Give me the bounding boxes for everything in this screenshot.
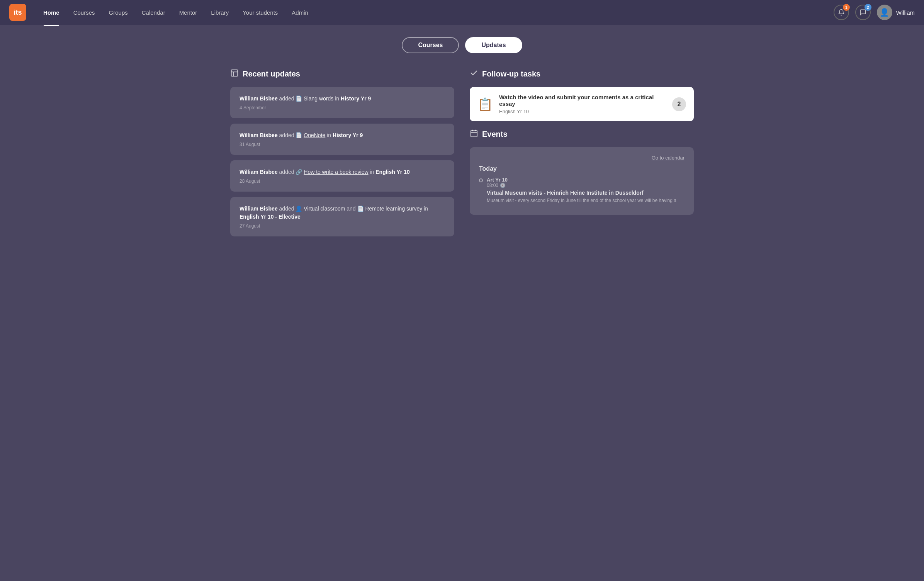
- task-count: 2: [672, 97, 686, 111]
- checkmark-icon: [470, 69, 478, 79]
- update-author: William Bisbee: [239, 132, 278, 138]
- update-course: English Yr 10 - Ellective: [239, 214, 301, 220]
- messages-badge: 2: [865, 4, 871, 11]
- svg-rect-0: [231, 70, 238, 76]
- nav-link-library[interactable]: Library: [205, 6, 235, 19]
- update-resource[interactable]: OneNote: [304, 132, 325, 138]
- event-course: Art Yr 10: [487, 177, 685, 183]
- user-section[interactable]: 👤 William: [877, 5, 915, 20]
- nav-link-mentor[interactable]: Mentor: [173, 6, 204, 19]
- update-resource[interactable]: Slang words: [304, 95, 333, 102]
- update-date: 27 August: [239, 223, 445, 229]
- updates-icon: [230, 69, 239, 79]
- nav-link-groups[interactable]: Groups: [103, 6, 134, 19]
- go-to-calendar-link[interactable]: Go to calendar: [479, 155, 685, 161]
- event-title: Virtual Museum visits - Heinrich Heine I…: [487, 190, 685, 196]
- update-resource[interactable]: How to write a book review: [304, 169, 368, 175]
- update-author: William Bisbee: [239, 169, 278, 175]
- update-text: William Bisbee added 📄 Slang words in Hi…: [239, 95, 445, 103]
- event-dot: [479, 178, 483, 182]
- events-header: Events: [470, 129, 694, 139]
- messages-button[interactable]: 2: [855, 5, 871, 20]
- update-resource2[interactable]: Remote learning survey: [365, 206, 422, 212]
- event-info: Art Yr 10 08:00 🕗 Virtual Museum visits …: [487, 177, 685, 204]
- avatar: 👤: [877, 5, 892, 20]
- followup-tasks-header: Follow-up tasks: [470, 69, 694, 79]
- update-card: William Bisbee added 🔗 How to write a bo…: [230, 160, 454, 192]
- tab-group: Courses Updates: [15, 37, 909, 53]
- svg-rect-3: [471, 131, 477, 137]
- update-course: History Yr 9: [333, 132, 363, 138]
- recent-updates-title: Recent updates: [243, 70, 300, 78]
- nav-links: Home Courses Groups Calendar Mentor Libr…: [37, 6, 834, 19]
- nav-link-calendar[interactable]: Calendar: [136, 6, 172, 19]
- update-author: William Bisbee: [239, 206, 278, 212]
- update-text: William Bisbee added 🔗 How to write a bo…: [239, 168, 445, 176]
- events-card: Go to calendar Today Art Yr 10 08:00 🕗 V…: [470, 147, 694, 215]
- update-resource1[interactable]: Virtual classroom: [304, 206, 345, 212]
- update-text: William Bisbee added 📄 OneNote in Histor…: [239, 131, 445, 139]
- update-course: History Yr 9: [341, 95, 371, 102]
- nav-link-courses[interactable]: Courses: [67, 6, 101, 19]
- update-text: William Bisbee added 👤 Virtual classroom…: [239, 205, 445, 221]
- update-author: William Bisbee: [239, 95, 278, 102]
- nav-link-your-students[interactable]: Your students: [236, 6, 284, 19]
- notifications-button[interactable]: 1: [834, 5, 849, 20]
- event-time: 08:00 🕗: [487, 183, 685, 188]
- logo: its: [9, 4, 26, 21]
- today-label: Today: [479, 165, 685, 172]
- update-card: William Bisbee added 📄 Slang words in Hi…: [230, 87, 454, 118]
- event-item: Art Yr 10 08:00 🕗 Virtual Museum visits …: [479, 177, 685, 204]
- right-column: Follow-up tasks 📋 Watch the video and su…: [470, 69, 694, 236]
- tab-courses[interactable]: Courses: [402, 37, 459, 53]
- navbar: its Home Courses Groups Calendar Mentor …: [0, 0, 924, 25]
- task-title: Watch the video and submit your comments…: [499, 94, 666, 107]
- nav-link-home[interactable]: Home: [37, 6, 66, 19]
- update-date: 28 August: [239, 178, 445, 184]
- update-card: William Bisbee added 👤 Virtual classroom…: [230, 197, 454, 236]
- nav-right: 1 2 👤 William: [834, 5, 915, 20]
- events-title: Events: [482, 130, 508, 139]
- nav-link-admin[interactable]: Admin: [285, 6, 314, 19]
- update-date: 31 August: [239, 142, 445, 147]
- main-content: Courses Updates Recent updates William B…: [0, 25, 924, 249]
- update-card: William Bisbee added 📄 OneNote in Histor…: [230, 124, 454, 155]
- clock-icon: 🕗: [500, 183, 506, 188]
- task-icon: 📋: [477, 97, 493, 112]
- task-card[interactable]: 📋 Watch the video and submit your commen…: [470, 87, 694, 121]
- content-grid: Recent updates William Bisbee added 📄 Sl…: [230, 69, 694, 236]
- notifications-badge: 1: [843, 4, 850, 11]
- update-date: 4 September: [239, 105, 445, 110]
- user-name: William: [896, 9, 915, 16]
- event-description: Museum visit - every second Friday in Ju…: [487, 197, 685, 204]
- update-course: English Yr 10: [375, 169, 409, 175]
- calendar-icon: [470, 129, 478, 139]
- recent-updates-section: Recent updates William Bisbee added 📄 Sl…: [230, 69, 454, 236]
- tab-updates[interactable]: Updates: [465, 37, 522, 53]
- followup-tasks-title: Follow-up tasks: [482, 70, 540, 78]
- recent-updates-header: Recent updates: [230, 69, 454, 79]
- task-info: Watch the video and submit your comments…: [499, 94, 666, 114]
- task-course: English Yr 10: [499, 109, 666, 114]
